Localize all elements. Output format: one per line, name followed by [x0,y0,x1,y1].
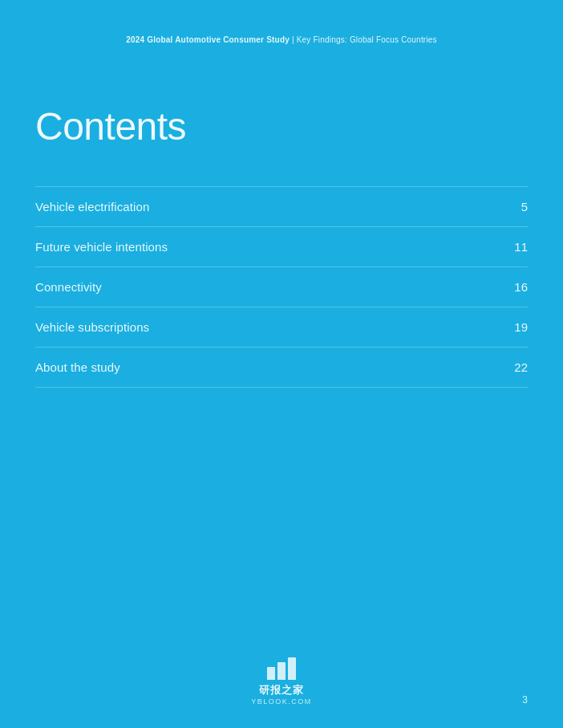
logo-text-url: YBLOOK.COM [251,697,312,706]
toc-label: Vehicle electrification [35,200,149,214]
toc-label: Connectivity [35,280,102,294]
footer: 研报之家 YBLOOK.COM [0,657,563,706]
toc-list: Vehicle electrification5Future vehicle i… [35,186,528,388]
toc-page-number: 5 [521,200,528,214]
contents-title: Contents [35,104,186,148]
toc-label: Future vehicle intentions [35,240,168,254]
page-container: 2024 Global Automotive Consumer Study | … [0,0,563,728]
header-subtitle: Key Findings: Global Focus Countries [297,35,437,44]
logo-text-chinese: 研报之家 [259,683,304,697]
page-header: 2024 Global Automotive Consumer Study | … [0,35,563,44]
bar-icon-1 [267,667,275,680]
logo-icon [267,657,296,680]
bar-icon-3 [288,657,296,680]
page-number: 3 [522,694,528,706]
toc-page-number: 22 [514,360,528,374]
toc-label: About the study [35,360,120,374]
toc-page-number: 19 [514,320,528,334]
toc-item: Future vehicle intentions11 [35,227,528,267]
footer-logo: 研报之家 YBLOOK.COM [251,657,312,706]
bar-icon-2 [277,662,286,680]
toc-page-number: 16 [514,280,528,294]
study-title: 2024 Global Automotive Consumer Study [126,35,290,44]
header-separator: | [290,35,297,44]
toc-page-number: 11 [514,240,528,254]
toc-label: Vehicle subscriptions [35,320,149,334]
toc-item: About the study22 [35,348,528,388]
toc-item: Vehicle subscriptions19 [35,307,528,348]
toc-item: Vehicle electrification5 [35,186,528,227]
toc-item: Connectivity16 [35,267,528,307]
